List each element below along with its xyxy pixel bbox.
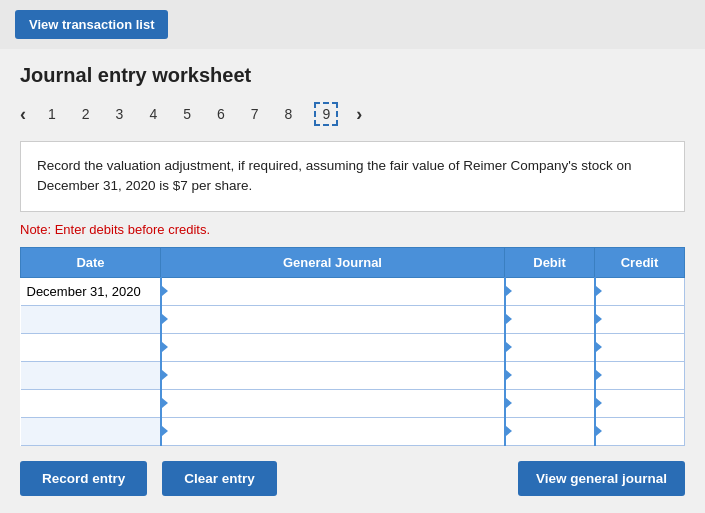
next-page-button[interactable]: › [356,104,362,125]
gj-cell-1[interactable] [161,277,505,305]
top-bar: View transaction list [0,0,705,49]
gj-input-6[interactable] [162,418,504,445]
debit-input-2[interactable] [506,306,594,333]
date-cell-3 [21,333,161,361]
gj-cell-2[interactable] [161,305,505,333]
date-cell-6 [21,417,161,445]
date-header: Date [21,247,161,277]
page-2[interactable]: 2 [78,104,94,124]
gj-cell-6[interactable] [161,417,505,445]
table-row [21,389,685,417]
table-row [21,417,685,445]
gj-input-3[interactable] [162,334,504,361]
date-cell-2 [21,305,161,333]
credit-input-1[interactable] [596,278,685,305]
instruction-box: Record the valuation adjustment, if requ… [20,141,685,212]
debit-input-3[interactable] [506,334,594,361]
page-3[interactable]: 3 [112,104,128,124]
debit-cell-4[interactable] [505,361,595,389]
credit-cell-2[interactable] [595,305,685,333]
view-transaction-button[interactable]: View transaction list [15,10,168,39]
debit-cell-5[interactable] [505,389,595,417]
credit-input-4[interactable] [596,362,685,389]
debit-input-5[interactable] [506,390,594,417]
debit-header: Debit [505,247,595,277]
page-5[interactable]: 5 [179,104,195,124]
pagination: ‹ 1 2 3 4 5 6 7 8 9 › [20,102,685,126]
date-cell-1: December 31, 2020 [21,277,161,305]
journal-table: Date General Journal Debit Credit Decemb… [20,247,685,446]
debit-input-1[interactable] [506,278,594,305]
prev-page-button[interactable]: ‹ [20,104,26,125]
table-row [21,361,685,389]
worksheet-title: Journal entry worksheet [20,64,685,87]
gj-input-4[interactable] [162,362,504,389]
table-row [21,305,685,333]
date-cell-4 [21,361,161,389]
gj-cell-4[interactable] [161,361,505,389]
debit-input-4[interactable] [506,362,594,389]
button-row: Record entry Clear entry View general jo… [20,461,685,496]
credit-input-2[interactable] [596,306,685,333]
view-general-journal-button[interactable]: View general journal [518,461,685,496]
table-row [21,333,685,361]
general-journal-header: General Journal [161,247,505,277]
credit-cell-3[interactable] [595,333,685,361]
page-9[interactable]: 9 [314,102,338,126]
page-6[interactable]: 6 [213,104,229,124]
gj-input-5[interactable] [162,390,504,417]
gj-cell-5[interactable] [161,389,505,417]
credit-cell-1[interactable] [595,277,685,305]
credit-header: Credit [595,247,685,277]
date-cell-5 [21,389,161,417]
table-row: December 31, 2020 [21,277,685,305]
debit-cell-3[interactable] [505,333,595,361]
page-7[interactable]: 7 [247,104,263,124]
note-text: Note: Enter debits before credits. [20,222,685,237]
page-8[interactable]: 8 [281,104,297,124]
credit-input-5[interactable] [596,390,685,417]
credit-input-6[interactable] [596,418,685,445]
debit-cell-2[interactable] [505,305,595,333]
clear-entry-button[interactable]: Clear entry [162,461,277,496]
gj-cell-3[interactable] [161,333,505,361]
debit-input-6[interactable] [506,418,594,445]
debit-cell-6[interactable] [505,417,595,445]
credit-input-3[interactable] [596,334,685,361]
gj-input-1[interactable] [162,278,504,305]
main-content: Journal entry worksheet ‹ 1 2 3 4 5 6 7 … [0,49,705,513]
credit-cell-4[interactable] [595,361,685,389]
gj-input-2[interactable] [162,306,504,333]
credit-cell-5[interactable] [595,389,685,417]
page-1[interactable]: 1 [44,104,60,124]
record-entry-button[interactable]: Record entry [20,461,147,496]
page-4[interactable]: 4 [145,104,161,124]
debit-cell-1[interactable] [505,277,595,305]
credit-cell-6[interactable] [595,417,685,445]
instruction-text: Record the valuation adjustment, if requ… [37,158,632,193]
